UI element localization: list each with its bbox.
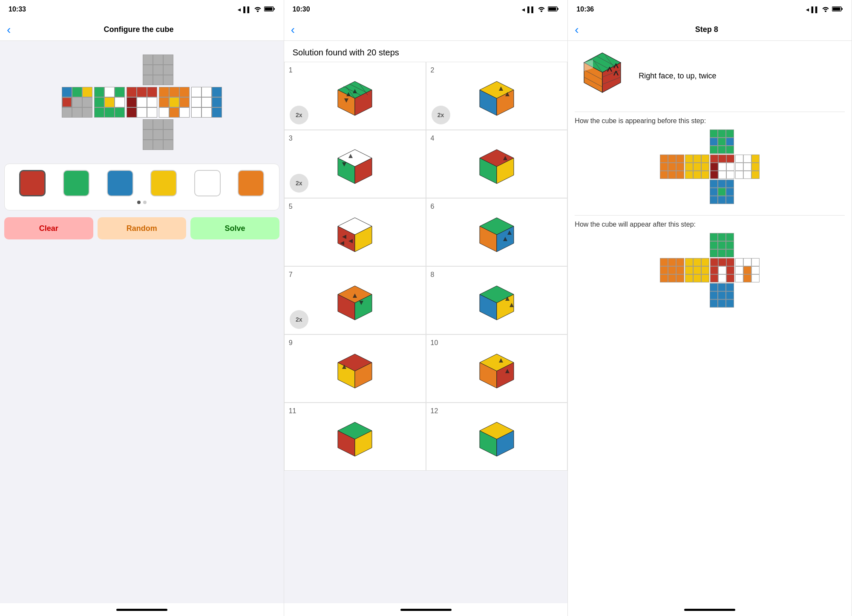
- cell[interactable]: [676, 155, 684, 163]
- cell[interactable]: [169, 87, 179, 97]
- cell[interactable]: [743, 258, 751, 266]
- cell-selected[interactable]: [62, 97, 72, 107]
- cell[interactable]: [676, 274, 684, 282]
- cell[interactable]: [751, 171, 760, 179]
- cell[interactable]: [143, 140, 153, 150]
- cell[interactable]: [191, 107, 201, 118]
- cell[interactable]: [735, 155, 743, 163]
- cell[interactable]: [163, 65, 173, 75]
- cell[interactable]: [201, 87, 212, 97]
- face-right1[interactable]: [127, 87, 157, 118]
- cell[interactable]: [143, 75, 153, 85]
- cell[interactable]: [710, 138, 718, 146]
- cell[interactable]: [668, 155, 676, 163]
- cell[interactable]: [726, 146, 734, 154]
- cell[interactable]: [735, 163, 743, 171]
- cell[interactable]: [710, 188, 718, 196]
- cell[interactable]: [710, 258, 718, 266]
- cell[interactable]: [710, 163, 718, 171]
- cell[interactable]: [153, 119, 163, 130]
- random-button[interactable]: Random: [98, 217, 187, 239]
- cell[interactable]: [147, 87, 157, 97]
- swatch-red[interactable]: [19, 170, 46, 196]
- cell[interactable]: [94, 97, 104, 107]
- cell[interactable]: [710, 249, 718, 257]
- step-3[interactable]: 3 2x: [284, 130, 426, 198]
- cell[interactable]: [72, 97, 82, 107]
- cell[interactable]: [718, 266, 726, 274]
- face-center[interactable]: [94, 87, 125, 118]
- cell[interactable]: [685, 266, 693, 274]
- cell[interactable]: [718, 180, 726, 188]
- cell[interactable]: [179, 107, 190, 118]
- cell[interactable]: [693, 171, 701, 179]
- cell[interactable]: [718, 274, 726, 282]
- cell[interactable]: [751, 155, 760, 163]
- cell[interactable]: [137, 97, 147, 107]
- step-10[interactable]: 10: [426, 334, 568, 403]
- cell[interactable]: [159, 97, 169, 107]
- cell[interactable]: [153, 140, 163, 150]
- cell[interactable]: [163, 140, 173, 150]
- cell[interactable]: [668, 258, 676, 266]
- cell[interactable]: [693, 155, 701, 163]
- cell[interactable]: [718, 171, 726, 179]
- step-11[interactable]: 11: [284, 403, 426, 471]
- cell[interactable]: [735, 258, 743, 266]
- cell[interactable]: [726, 241, 734, 249]
- step-12[interactable]: 12: [426, 403, 568, 471]
- cell[interactable]: [147, 107, 157, 118]
- cell[interactable]: [163, 130, 173, 140]
- step-1[interactable]: 1: [284, 62, 426, 130]
- cell[interactable]: [718, 258, 726, 266]
- cell[interactable]: [668, 163, 676, 171]
- cell[interactable]: [143, 65, 153, 75]
- cell[interactable]: [726, 163, 734, 171]
- cell[interactable]: [726, 283, 734, 291]
- cell[interactable]: [693, 258, 701, 266]
- cell[interactable]: [726, 188, 734, 196]
- cell[interactable]: [710, 266, 718, 274]
- cell[interactable]: [726, 130, 734, 138]
- cell[interactable]: [735, 274, 743, 282]
- cell[interactable]: [201, 107, 212, 118]
- cell[interactable]: [94, 87, 104, 97]
- cell[interactable]: [726, 233, 734, 241]
- clear-button[interactable]: Clear: [4, 217, 93, 239]
- swatch-yellow[interactable]: [150, 170, 177, 196]
- cell[interactable]: [104, 97, 115, 107]
- cell[interactable]: [668, 266, 676, 274]
- cell[interactable]: [710, 196, 718, 204]
- cell[interactable]: [191, 97, 201, 107]
- cell[interactable]: [718, 155, 726, 163]
- cell[interactable]: [115, 87, 125, 97]
- face-top[interactable]: [143, 55, 173, 85]
- cell[interactable]: [718, 130, 726, 138]
- cell[interactable]: [751, 163, 760, 171]
- cell[interactable]: [72, 87, 82, 97]
- cell[interactable]: [710, 180, 718, 188]
- cell[interactable]: [743, 163, 751, 171]
- cell[interactable]: [676, 171, 684, 179]
- cell[interactable]: [751, 274, 760, 282]
- cell[interactable]: [718, 291, 726, 299]
- cell[interactable]: [710, 283, 718, 291]
- cell[interactable]: [104, 87, 115, 97]
- cell[interactable]: [743, 266, 751, 274]
- cell[interactable]: [701, 274, 709, 282]
- cell[interactable]: [72, 107, 82, 118]
- cell[interactable]: [660, 258, 668, 266]
- cell[interactable]: [668, 274, 676, 282]
- step-6[interactable]: 6: [426, 198, 568, 266]
- cell[interactable]: [153, 65, 163, 75]
- cell[interactable]: [718, 283, 726, 291]
- cell[interactable]: [726, 180, 734, 188]
- cell[interactable]: [726, 266, 734, 274]
- cell[interactable]: [82, 97, 92, 107]
- cell[interactable]: [179, 87, 190, 97]
- cell[interactable]: [726, 274, 734, 282]
- cell[interactable]: [718, 188, 726, 196]
- cell[interactable]: [726, 138, 734, 146]
- cell[interactable]: [159, 107, 169, 118]
- cell[interactable]: [94, 107, 104, 118]
